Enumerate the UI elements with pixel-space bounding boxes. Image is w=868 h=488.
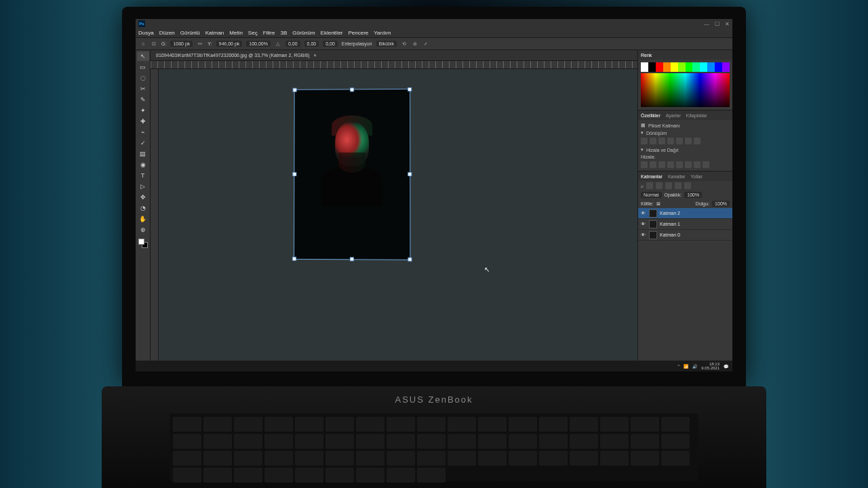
opacity-field[interactable]: 100% xyxy=(684,192,702,198)
volume-icon[interactable]: 🔊 xyxy=(692,364,697,369)
distribute-h-icon[interactable] xyxy=(694,161,701,168)
transform-handle-bc[interactable] xyxy=(350,257,354,261)
swatch[interactable] xyxy=(671,62,678,72)
filter-pixel-icon[interactable] xyxy=(646,182,653,189)
tray-chevron-icon[interactable]: ^ xyxy=(677,364,679,368)
layers-tab[interactable]: Katmanlar xyxy=(641,174,663,179)
filter-type-icon[interactable] xyxy=(665,182,672,189)
layer-thumbnail[interactable] xyxy=(649,220,657,228)
height-field[interactable]: 946,00 pk xyxy=(216,41,243,47)
swatch[interactable] xyxy=(722,62,730,72)
color-tab[interactable]: Renk xyxy=(641,53,652,58)
align-top-icon[interactable] xyxy=(667,161,674,168)
layer-row[interactable]: 👁 Katman 1 xyxy=(638,219,732,230)
gradient-tool[interactable]: ◉ xyxy=(137,160,149,169)
frame-tool[interactable]: ✎ xyxy=(137,95,149,104)
menu-select[interactable]: Seç xyxy=(248,30,258,36)
libraries-tab[interactable]: Kitaplıklar xyxy=(686,113,707,118)
angle-field[interactable]: 0,00 xyxy=(285,41,300,47)
lock-icon[interactable]: ⊠ xyxy=(656,201,660,207)
swatch[interactable] xyxy=(692,62,700,72)
distribute-v-icon[interactable] xyxy=(703,161,709,168)
swatch[interactable] xyxy=(700,62,707,72)
menu-filter[interactable]: Filtre xyxy=(263,30,275,36)
fg-color-swatch[interactable] xyxy=(138,239,144,245)
color-spectrum[interactable] xyxy=(641,73,730,107)
transform-angle-field[interactable] xyxy=(676,138,683,144)
zoom-tool[interactable]: ⊕ xyxy=(137,225,149,235)
path-tool[interactable]: ✥ xyxy=(137,192,149,202)
transform-flip-v-icon[interactable] xyxy=(694,138,701,144)
eyedropper-tool[interactable]: ✦ xyxy=(137,106,149,115)
clone-tool[interactable]: ✓ xyxy=(137,138,149,148)
skew-v-field[interactable]: 0,00 xyxy=(323,41,338,47)
swatch[interactable] xyxy=(656,62,663,72)
cancel-transform-button[interactable]: ⊘ xyxy=(412,41,418,47)
healing-tool[interactable]: ✚ xyxy=(137,117,149,126)
layer-name[interactable]: Katman 2 xyxy=(660,211,680,216)
transform-handle-tr[interactable] xyxy=(408,87,412,92)
transform-handle-br[interactable] xyxy=(408,258,412,262)
search-icon[interactable]: ⌕ xyxy=(641,184,644,188)
brush-tool[interactable]: ⌁ xyxy=(137,127,149,137)
maximize-button[interactable]: ☐ xyxy=(715,21,719,27)
align-right-icon[interactable] xyxy=(658,161,665,168)
close-button[interactable]: ✕ xyxy=(725,21,730,27)
properties-tab[interactable]: Özellikler xyxy=(641,113,660,118)
swatch[interactable] xyxy=(641,62,648,72)
filter-shape-icon[interactable] xyxy=(675,182,682,189)
transform-w-field[interactable] xyxy=(641,138,648,144)
chevron-down-icon[interactable]: ▾ xyxy=(641,147,644,152)
align-hcenter-icon[interactable] xyxy=(650,161,656,168)
eye-icon[interactable]: 👁 xyxy=(641,211,646,216)
menu-edit[interactable]: Düzen xyxy=(159,30,175,36)
align-left-icon[interactable] xyxy=(641,161,648,168)
filter-adj-icon[interactable] xyxy=(656,182,663,189)
layer-row[interactable]: 👁 Katman 0 xyxy=(638,230,732,241)
transform-y-field[interactable] xyxy=(667,138,674,144)
link-icon[interactable]: ⚯ xyxy=(197,41,203,47)
document-tab[interactable]: 81094403IKsrtM7T3IbTfKa4972320006.jpg @ … xyxy=(151,50,637,61)
layer-name[interactable]: Katman 0 xyxy=(660,232,680,237)
layer-thumbnail[interactable] xyxy=(649,209,657,218)
transform-handle-bl[interactable] xyxy=(292,257,296,261)
type-tool[interactable]: T xyxy=(137,171,149,180)
commit-transform-button[interactable]: ✓ xyxy=(422,41,429,47)
swatch[interactable] xyxy=(715,62,722,72)
align-vcenter-icon[interactable] xyxy=(676,161,683,168)
home-icon[interactable]: ⌂ xyxy=(140,41,146,47)
transform-handle-tl[interactable] xyxy=(293,88,297,92)
skew-h-field[interactable]: 0,00 xyxy=(304,41,319,47)
menu-layer[interactable]: Katman xyxy=(205,30,224,36)
canvas[interactable]: ↖ xyxy=(159,69,637,362)
menu-plugins[interactable]: Eklentiler xyxy=(321,30,343,36)
interp-mode-select[interactable]: Bikübik xyxy=(376,41,397,47)
swatch[interactable] xyxy=(648,62,656,72)
menu-help[interactable]: Yardım xyxy=(374,30,391,36)
menu-image[interactable]: Görüntü xyxy=(180,30,200,36)
swatch[interactable] xyxy=(707,62,715,72)
taskbar-clock[interactable]: 18:13 9.05.2021 xyxy=(701,362,719,370)
ruler-vertical[interactable] xyxy=(151,69,159,362)
swatch[interactable] xyxy=(678,62,686,72)
width-field[interactable]: 1080 pk xyxy=(170,41,193,47)
wifi-icon[interactable]: 📶 xyxy=(684,364,688,369)
eraser-tool[interactable]: ▤ xyxy=(137,149,149,159)
zoom-field[interactable]: 100,00% xyxy=(246,41,271,47)
shape-tool[interactable]: ◔ xyxy=(137,203,149,213)
artwork-layer[interactable] xyxy=(294,89,410,260)
adjustments-tab[interactable]: Ayarlar xyxy=(666,113,681,118)
menu-type[interactable]: Metin xyxy=(229,30,243,36)
swatch[interactable] xyxy=(663,62,671,72)
crop-tool[interactable]: ✂ xyxy=(137,84,149,94)
menu-3d[interactable]: 3B xyxy=(280,30,287,36)
hand-tool[interactable]: ✋ xyxy=(137,214,149,224)
paths-tab[interactable]: Yollar xyxy=(691,174,703,179)
transform-h-field[interactable] xyxy=(650,138,656,144)
blend-mode-select[interactable]: Normal xyxy=(641,192,662,198)
move-tool[interactable]: ↖ xyxy=(137,52,149,61)
eye-icon[interactable]: 👁 xyxy=(641,222,646,226)
ruler-horizontal[interactable] xyxy=(151,61,637,69)
align-bottom-icon[interactable] xyxy=(685,161,692,168)
transform-flip-h-icon[interactable] xyxy=(685,138,692,144)
